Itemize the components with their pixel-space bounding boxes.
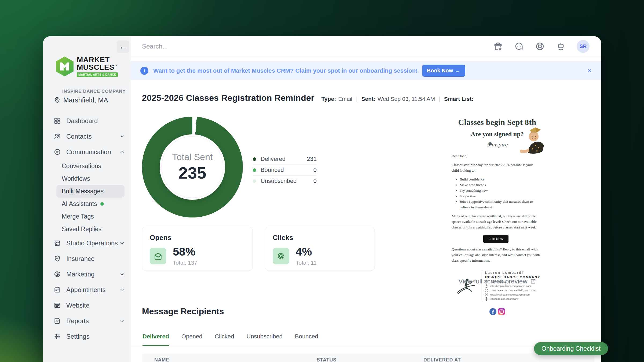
email-bullets: Build confidence Make new friends Try so… [460,177,540,210]
sidebar-item-marketing[interactable]: Marketing [43,267,131,282]
tab-unsubscribed[interactable]: Unsubscribed [247,328,283,346]
external-link-icon [530,278,536,284]
sidebar-item-saved-replies[interactable]: Saved Replies [56,223,125,235]
sidebar-item-label: Marketing [66,271,94,278]
sidebar-item-workflows[interactable]: Workflows [56,172,125,185]
sidebar-item-label: Website [66,302,89,309]
instagram-icon [498,308,505,315]
ai-robot-icon[interactable] [556,41,566,51]
dancer-logo-icon [454,271,477,301]
sidebar-item-merge-tags[interactable]: Merge Tags [56,210,125,223]
sidebar-item-settings[interactable]: Settings [43,329,131,344]
total-sent-donut-chart: Total Sent 235 [142,117,243,217]
message-meta: Type: Email | Sent: Wed Sep 03, 11:54 AM… [321,95,474,102]
type-value: Email [338,96,352,102]
column-header-name: NAME [154,357,169,362]
chevron-up-icon [119,149,125,155]
facebook-icon: f [489,308,496,315]
logo-line2: MUSCLES™ [77,64,118,71]
report-chart-icon [54,317,61,324]
sidebar-nav: Dashboard Contacts Communication [43,113,131,344]
help-lifebuoy-icon[interactable] [535,41,545,51]
sidebar-item-reports[interactable]: Reports [43,313,131,329]
tab-delivered[interactable]: Delivered [142,328,169,346]
storefront-icon [54,239,61,247]
tab-clicked[interactable]: Clicked [215,328,234,346]
arrow-left-icon: ← [119,43,127,51]
sliders-icon [54,333,61,340]
location-label: Marshfield, MA [63,96,108,104]
signature-instagram: @inspire.dancecompany [490,297,518,300]
globe-icon: ⊕ [485,293,488,296]
sidebar-item-ai-assistants[interactable]: AI Assistants [56,198,125,210]
communication-submenu: Conversations Workflows Bulk Messages AI… [43,160,131,235]
chat-messages-icon[interactable] [514,41,524,51]
onboarding-checklist-button[interactable]: Onboarding Checklist [534,342,608,355]
app-background: ← MARKET MUSCLES™ MARTIAL ARTS & DANCE I… [0,0,644,362]
email-footer-note: Questions about class availability? Repl… [452,247,540,264]
sidebar-item-label: Reports [66,317,89,325]
sidebar-item-appointments[interactable]: Appointments [43,282,131,298]
communication-icon [54,148,61,156]
sidebar-item-communication[interactable]: Communication [43,144,131,160]
location-selector[interactable]: Marshfield, MA [54,96,131,104]
sidebar-item-website[interactable]: Website [43,298,131,313]
avatar[interactable]: SR [577,40,590,53]
shield-check-icon [54,255,61,262]
chevron-down-icon [119,287,125,293]
clicks-total: Total: 11 [296,260,317,266]
app-window: ← MARKET MUSCLES™ MARTIAL ARTS & DANCE I… [43,36,601,362]
message-header: 2025-2026 Classes Registration Reminder … [142,93,473,103]
market-muscles-hex-icon [56,57,74,76]
clicks-card: Clicks 4% Total: 11 [265,227,375,271]
location-pin-icon [54,97,61,104]
view-full-screen-preview-link[interactable]: View full screen preview [452,278,543,285]
sidebar-item-label: Contacts [66,133,92,140]
banner-close-icon[interactable]: × [587,67,592,75]
cursor-click-icon [273,248,289,264]
brand-logo: MARKET MUSCLES™ MARTIAL ARTS & DANCE [43,56,131,77]
recipients-heading: Message Recipients [142,306,224,316]
topbar: SR [131,36,601,57]
join-now-button[interactable]: Join Now [483,235,508,243]
email-body: Many of our classes are waitlisted, but … [452,213,540,230]
sidebar-item-label: Communication [66,148,111,156]
dashboard-icon [54,117,61,124]
sidebar-item-label: Dashboard [66,117,98,125]
sidebar-item-studio-operations[interactable]: Studio Operations [43,235,131,251]
signature-address: 1899 Ocean St. D Marshfield, MA 02050 [490,289,536,292]
book-now-button[interactable]: Book Now → [422,65,466,77]
target-icon [54,271,61,278]
email-headline: Classes begin Sept 8th [452,118,543,127]
logo-badge: MARTIAL ARTS & DANCE [77,72,118,77]
onboarding-banner: i Want to get the most out of Market Mus… [131,61,601,80]
banner-text: Want to get the most out of Market Muscl… [153,67,418,74]
arrow-right-icon: → [455,68,460,74]
column-header-status: STATUS [317,357,336,362]
sidebar-item-conversations[interactable]: Conversations [56,160,125,172]
opens-card: Opens 58% Total: 137 [142,227,253,271]
tab-opened[interactable]: Opened [181,328,202,346]
sidebar-item-insurance[interactable]: Insurance [43,251,131,267]
rewards-gift-icon[interactable] [493,41,503,51]
sidebar-item-contacts[interactable]: Contacts [43,129,131,144]
signature-name: Lauren Lombardi [485,271,540,275]
sidebar-item-bulk-messages[interactable]: Bulk Messages [56,185,125,198]
clicks-title: Clicks [273,234,367,242]
calendar-icon [54,286,61,293]
opens-percent: 58% [173,246,197,257]
opens-title: Opens [150,234,245,242]
open-envelope-icon [150,248,166,264]
new-feature-dot [100,202,104,206]
clicks-percent: 4% [296,246,317,257]
sidebar-item-dashboard[interactable]: Dashboard [43,113,131,129]
type-label: Type: [321,96,336,102]
tab-bounced[interactable]: Bounced [295,328,318,346]
sent-value: Wed Sep 03, 11:54 AM [378,96,435,102]
contacts-icon [54,133,61,140]
signature-website: www.inspiredancecompanyma.com [490,293,530,296]
chevron-down-icon [119,134,125,139]
organization-name: INSPIRE DANCE COMPANY [62,89,131,94]
sidebar-collapse-button[interactable]: ← [117,40,129,53]
search-input[interactable] [142,43,330,50]
